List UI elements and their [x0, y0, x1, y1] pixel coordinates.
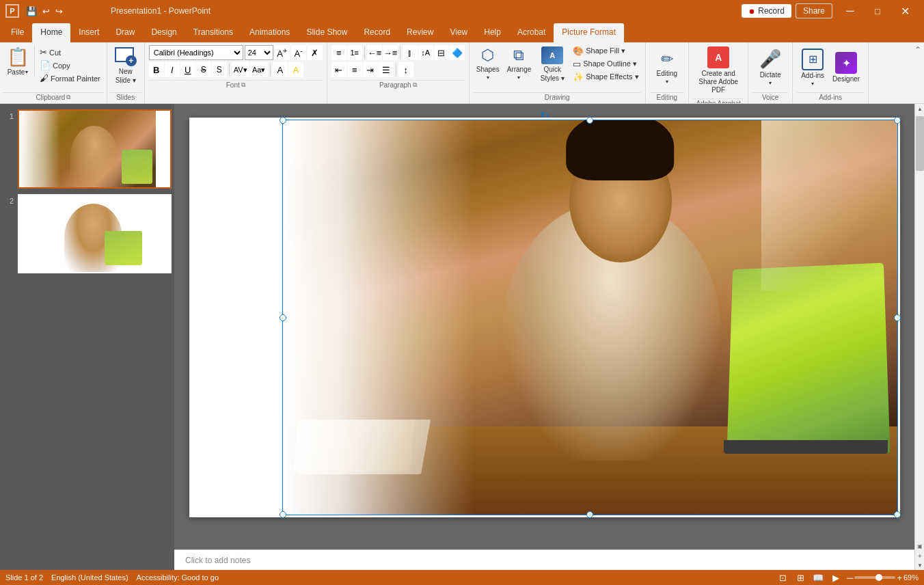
shapes-button[interactable]: ⬡ Shapes ▾ [474, 45, 502, 82]
create-share-adobe-button[interactable]: A Create and Share Adobe PDF [694, 45, 742, 96]
highlight-color-button[interactable]: A [288, 62, 303, 77]
tab-insert[interactable]: Insert [70, 23, 107, 42]
scroll-down-button[interactable]: ▼ [915, 560, 924, 570]
slide-image[interactable] [282, 120, 898, 515]
increase-font-button[interactable]: A+ [275, 45, 290, 60]
minimize-button[interactable]: ─ [837, 0, 864, 22]
tab-slideshow[interactable]: Slide Show [298, 23, 355, 42]
increase-indent-button[interactable]: →≡ [383, 45, 398, 60]
bullets-button[interactable]: ≡ [331, 45, 346, 60]
align-center-button[interactable]: ≡ [347, 62, 362, 77]
text-direction-button[interactable]: ↕A [418, 45, 433, 60]
line-spacing-button[interactable]: ↕ [398, 62, 413, 77]
dictate-button[interactable]: 🎤 Dictate ▾ [754, 47, 787, 87]
notes-bar[interactable]: Click to add notes [174, 549, 914, 570]
title-bar: P 💾 ↩ ↪ Presentation1 - PowerPoint ⏺ Rec… [0, 0, 924, 22]
handle-mid-left[interactable] [280, 314, 286, 321]
redo-button[interactable]: ↪ [54, 6, 64, 16]
tab-help[interactable]: Help [476, 23, 509, 42]
tab-home[interactable]: Home [32, 23, 70, 42]
clipboard-expand-icon[interactable]: ⧉ [66, 94, 70, 101]
paragraph-expand-icon[interactable]: ⧉ [413, 81, 417, 89]
change-case-button[interactable]: Aa▾ [250, 62, 268, 77]
editing-button[interactable]: ✏ Editing ▾ [651, 49, 683, 86]
align-left-button[interactable]: ⇤ [331, 62, 346, 77]
ribbon-collapse-button[interactable]: ⌃ [914, 45, 921, 55]
decrease-indent-button[interactable]: ←≡ [367, 45, 382, 60]
font-size-dropdown[interactable]: 24 [245, 45, 273, 60]
vertical-scrollbar[interactable]: ▲ ▣ + ▼ [914, 104, 924, 570]
scroll-thumb-v[interactable] [916, 116, 924, 171]
slide-thumb-2[interactable] [18, 194, 172, 273]
undo-button[interactable]: ↩ [41, 6, 51, 16]
share-button[interactable]: Share [796, 3, 832, 18]
tab-view[interactable]: View [441, 23, 476, 42]
font-color-button[interactable]: A [273, 62, 288, 77]
handle-top-right[interactable] [894, 117, 901, 124]
handle-top-left[interactable] [280, 117, 286, 124]
fit-slide-button[interactable]: ▣ [915, 541, 924, 551]
underline-button[interactable]: U [180, 62, 195, 77]
tab-picture-format[interactable]: Picture Format [554, 23, 624, 42]
justify-button[interactable]: ☰ [379, 62, 394, 77]
format-painter-button[interactable]: 🖌 Format Painter [38, 72, 103, 84]
slide-thumb-1[interactable] [18, 109, 172, 189]
close-button[interactable]: ✕ [891, 0, 919, 22]
copy-button[interactable]: 📄 Copy [38, 59, 103, 71]
tab-acrobat[interactable]: Acrobat [509, 23, 554, 42]
reading-view-button[interactable]: 📖 [811, 571, 825, 584]
tab-record[interactable]: Record [355, 23, 398, 42]
clear-formatting-button[interactable]: ✗ [308, 45, 323, 60]
strikethrough-button[interactable]: S [196, 62, 211, 77]
shape-fill-button[interactable]: 🎨 Shape Fill ▾ [571, 45, 640, 57]
slide-sorter-button[interactable]: ⊞ [793, 571, 807, 584]
tab-draw[interactable]: Draw [107, 23, 143, 42]
tab-transitions[interactable]: Transitions [185, 23, 241, 42]
tab-file[interactable]: File [3, 23, 32, 42]
bold-button[interactable]: B [149, 62, 164, 77]
tab-review[interactable]: Review [398, 23, 441, 42]
slideshow-view-button[interactable]: ▶ [829, 571, 843, 584]
maximize-button[interactable]: □ [864, 0, 891, 22]
slide-item-2[interactable]: 2 [3, 194, 172, 273]
add-ins-button[interactable]: ⊞ Add-ins ▾ [798, 47, 827, 88]
handle-bottom-right[interactable] [894, 511, 901, 518]
zoom-in-button[interactable]: + [915, 551, 924, 560]
zoom-out-button[interactable]: ─ [847, 573, 853, 583]
decrease-font-button[interactable]: A- [291, 45, 306, 60]
smartart-button[interactable]: 🔷 [450, 45, 465, 60]
arrange-button[interactable]: ⧉ Arrange ▾ [504, 45, 534, 82]
slide-item-1[interactable]: 1 [3, 109, 172, 189]
record-button[interactable]: ⏺ Record [742, 4, 791, 18]
handle-top-center[interactable] [586, 117, 593, 124]
char-spacing-button[interactable]: AV▾ [232, 62, 249, 77]
save-button[interactable]: 💾 [25, 6, 38, 16]
align-text-button[interactable]: ⊟ [434, 45, 449, 60]
font-expand-icon[interactable]: ⧉ [241, 81, 245, 89]
canvas-area: ↻ [174, 104, 914, 549]
italic-button[interactable]: I [165, 62, 180, 77]
quick-styles-button[interactable]: A Quick Styles ▾ [536, 45, 569, 83]
cut-button[interactable]: ✂ Cut [38, 46, 103, 58]
handle-bottom-left[interactable] [280, 511, 286, 518]
shape-outline-button[interactable]: ▭ Shape Outline ▾ [571, 58, 640, 70]
designer-button[interactable]: ✦ Designer [830, 51, 862, 84]
title-filename: Presentation1 - PowerPoint [111, 6, 210, 16]
handle-bottom-center[interactable] [586, 511, 593, 518]
align-right-button[interactable]: ⇥ [363, 62, 378, 77]
scroll-up-button[interactable]: ▲ [915, 104, 924, 113]
shape-effects-button[interactable]: ✨ Shape Effects ▾ [571, 71, 640, 83]
new-slide-button[interactable]: + New Slide ▾ [111, 45, 140, 86]
paste-button[interactable]: 📋 Paste ▾ [4, 45, 31, 77]
normal-view-button[interactable]: ⊡ [776, 571, 789, 584]
zoom-in-status-button[interactable]: + [897, 573, 902, 583]
font-name-dropdown[interactable]: Calibri (Headings) [149, 45, 243, 60]
shadow-button[interactable]: S [212, 62, 227, 77]
numbering-button[interactable]: 1≡ [347, 45, 362, 60]
tab-animations[interactable]: Animations [241, 23, 298, 42]
tab-design[interactable]: Design [143, 23, 185, 42]
columns-button[interactable]: ⫿ [403, 45, 418, 60]
handle-mid-right[interactable] [894, 314, 901, 321]
zoom-slider[interactable] [854, 576, 895, 579]
font-group-label: Font [226, 81, 240, 89]
